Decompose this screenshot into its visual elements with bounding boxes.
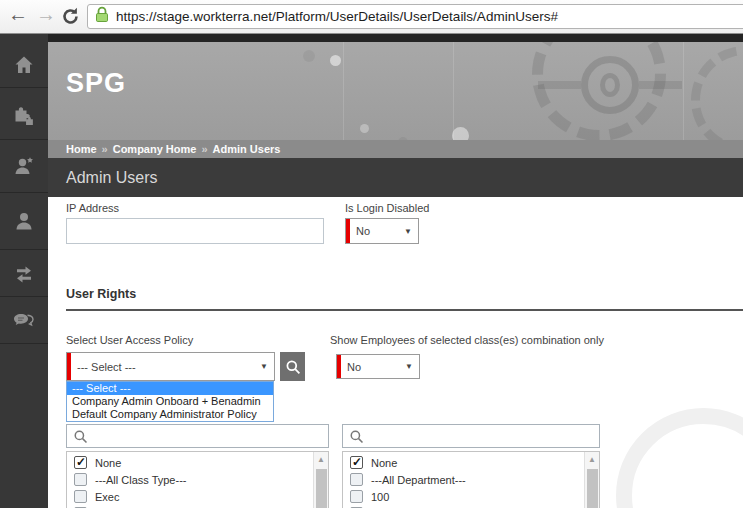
dropdown-option[interactable]: --- Select ---	[67, 382, 273, 395]
section-divider	[66, 309, 743, 311]
show-employees-select[interactable]: No ▼	[336, 354, 420, 379]
checkbox[interactable]	[350, 490, 363, 503]
required-indicator	[337, 355, 341, 378]
home-icon	[13, 54, 35, 76]
forward-icon[interactable]: →	[36, 3, 56, 26]
sidebar-item-transfer[interactable]	[0, 250, 48, 297]
ip-address-input[interactable]	[66, 218, 324, 244]
department-list: None ---All Department--- 100 ▲	[342, 451, 600, 508]
side-ring	[691, 46, 743, 140]
sidebar-item-modules[interactable]	[0, 88, 48, 140]
sidebar-nav	[0, 34, 48, 508]
access-policy-label: Select User Access Policy	[66, 334, 193, 346]
back-icon[interactable]: ←	[8, 3, 28, 26]
checkbox[interactable]	[74, 473, 87, 486]
ip-address-label: IP Address	[66, 202, 119, 214]
dropdown-option[interactable]: Company Admin Onboard + Benadmin	[67, 395, 273, 408]
department-search-box[interactable]	[342, 424, 600, 448]
sidebar-item-messages[interactable]	[0, 297, 48, 344]
breadcrumb-home[interactable]: Home	[66, 143, 97, 155]
dark-dot	[303, 50, 315, 62]
required-indicator	[346, 219, 350, 243]
light-dot	[452, 127, 469, 140]
target-center	[600, 73, 620, 97]
checkbox[interactable]	[74, 490, 87, 503]
class-search-box[interactable]	[66, 424, 329, 448]
address-bar[interactable]: https://stage.workterra.net/Platform/Use…	[87, 4, 743, 29]
user-rights-heading: User Rights	[66, 287, 136, 301]
light-dot	[360, 124, 369, 133]
list-item-label: ---All Department---	[371, 474, 466, 486]
company-header: SPG	[48, 42, 743, 140]
list-item[interactable]: ---All Class Type---	[67, 471, 328, 488]
checkbox[interactable]	[350, 473, 363, 486]
list-item-label: None	[95, 457, 121, 469]
scroll-up-icon[interactable]: ▲	[314, 452, 328, 464]
reload-icon[interactable]	[60, 6, 81, 31]
is-login-disabled-select[interactable]: No ▼	[345, 218, 419, 244]
is-login-disabled-label: Is Login Disabled	[345, 202, 429, 214]
search-icon	[349, 429, 364, 444]
show-employees-value: No	[347, 361, 361, 373]
chevron-down-icon: ▼	[405, 362, 413, 371]
checkbox[interactable]	[350, 456, 363, 469]
breadcrumb-separator: »	[102, 143, 108, 155]
user-icon	[13, 210, 35, 232]
chat-bubbles-icon	[12, 309, 36, 331]
is-login-disabled-value: No	[356, 225, 370, 237]
page-top-strip	[0, 34, 743, 42]
department-search-input[interactable]	[369, 427, 599, 445]
breadcrumb: Home»Company Home»Admin Users	[48, 140, 743, 158]
access-policy-value: --- Select ---	[77, 361, 136, 373]
required-indicator	[67, 353, 71, 380]
page-title: Admin Users	[48, 158, 743, 197]
scrollbar-thumb[interactable]	[587, 469, 598, 508]
company-logo: SPG	[66, 68, 126, 99]
list-item-label: None	[371, 457, 397, 469]
header-seam	[683, 42, 684, 140]
list-item-label: ---All Class Type---	[95, 474, 186, 486]
list-item[interactable]: None	[67, 454, 328, 471]
class-search-input[interactable]	[93, 427, 328, 445]
show-employees-label: Show Employees of selected class(es) com…	[330, 334, 604, 346]
breadcrumb-company-home[interactable]: Company Home	[113, 143, 197, 155]
list-item-label: 100	[371, 491, 389, 503]
list-item[interactable]: 100	[343, 488, 599, 505]
sidebar-item-add-user[interactable]	[0, 140, 48, 193]
list-item[interactable]: ---All Department---	[343, 471, 599, 488]
policy-search-button[interactable]	[280, 352, 305, 381]
breadcrumb-admin-users[interactable]: Admin Users	[213, 143, 281, 155]
list-item[interactable]: Exec	[67, 488, 328, 505]
breadcrumb-separator: »	[201, 143, 207, 155]
list-item[interactable]: None	[343, 454, 599, 471]
access-policy-dropdown: --- Select --- Company Admin Onboard + B…	[66, 381, 274, 422]
department-listbox: None ---All Department--- 100 ▲	[342, 424, 600, 508]
header-seam	[453, 42, 454, 140]
sidebar-item-home[interactable]	[0, 42, 48, 88]
https-lock-icon[interactable]	[95, 6, 109, 27]
header-seam	[343, 42, 344, 140]
transfer-arrows-icon	[13, 262, 35, 284]
light-dot	[330, 55, 341, 66]
chevron-down-icon: ▼	[260, 362, 268, 371]
modules-puzzle-icon	[13, 103, 35, 125]
scroll-up-icon[interactable]: ▲	[585, 452, 599, 464]
target-bar-left	[538, 81, 581, 89]
sidebar-item-user[interactable]	[0, 193, 48, 250]
search-icon	[285, 359, 301, 375]
class-listbox: None ---All Class Type--- Exec ▲	[66, 424, 329, 508]
target-bar-right	[639, 81, 682, 89]
checkbox[interactable]	[74, 456, 87, 469]
scrollbar[interactable]: ▲	[584, 452, 599, 508]
add-user-icon	[13, 155, 35, 177]
scrollbar-thumb[interactable]	[316, 469, 327, 508]
list-item-label: Exec	[95, 491, 119, 503]
access-policy-select[interactable]: --- Select --- ▼	[66, 352, 275, 381]
chevron-down-icon: ▼	[404, 227, 412, 236]
dropdown-option[interactable]: Default Company Administrator Policy	[67, 408, 273, 421]
url-text: https://stage.workterra.net/Platform/Use…	[116, 9, 558, 24]
class-list: None ---All Class Type--- Exec ▲	[66, 451, 329, 508]
scrollbar[interactable]: ▲	[313, 452, 328, 508]
content-area: IP Address Is Login Disabled No ▼ User R…	[48, 197, 743, 508]
browser-toolbar: ← → https://stage.workterra.net/Platform…	[0, 0, 743, 34]
